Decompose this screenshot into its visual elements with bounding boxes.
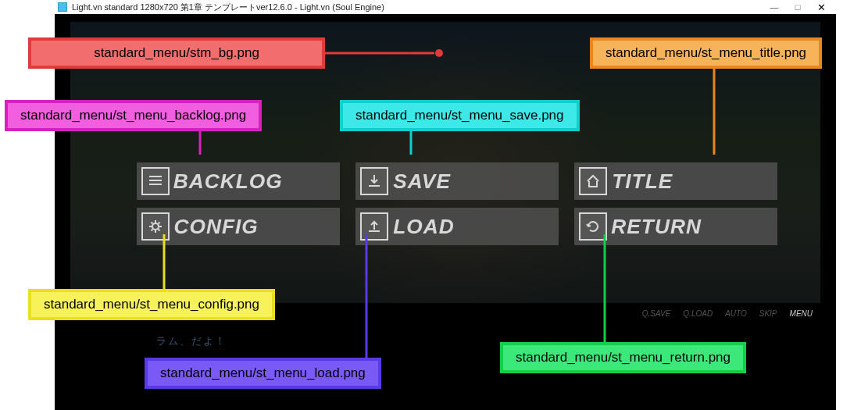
annotation-bg: standard_menu/stm_bg.png bbox=[28, 37, 325, 69]
dialogue-text: ラム、だよ！ bbox=[156, 334, 227, 348]
list-icon bbox=[141, 167, 170, 195]
config-button[interactable]: CONFIG bbox=[137, 208, 340, 245]
svg-point-3 bbox=[152, 223, 159, 230]
download-icon bbox=[360, 167, 388, 195]
refresh-icon bbox=[579, 212, 607, 241]
home-icon bbox=[579, 167, 607, 195]
save-button[interactable]: SAVE bbox=[355, 162, 559, 200]
svg-rect-1 bbox=[149, 180, 162, 181]
annotation-backlog: standard_menu/st_menu_backlog.png bbox=[5, 100, 262, 131]
qsave-button[interactable]: Q.SAVE bbox=[642, 309, 671, 318]
load-label: LOAD bbox=[393, 216, 455, 238]
close-button[interactable]: ✕ bbox=[809, 0, 833, 14]
backlog-button[interactable]: BACKLOG bbox=[137, 162, 340, 200]
annotation-save: standard_menu/st_menu_save.png bbox=[340, 100, 580, 131]
config-label: CONFIG bbox=[173, 216, 258, 238]
return-label: RETURN bbox=[611, 216, 702, 238]
app-icon bbox=[58, 2, 67, 12]
minimize-button[interactable]: — bbox=[763, 0, 786, 14]
annotation-config: standard_menu/st_menu_config.png bbox=[28, 289, 275, 320]
gear-icon bbox=[141, 212, 170, 241]
maximize-button[interactable]: □ bbox=[786, 0, 809, 14]
auto-button[interactable]: AUTO bbox=[725, 309, 747, 318]
qload-button[interactable]: Q.LOAD bbox=[683, 309, 713, 318]
return-button[interactable]: RETURN bbox=[574, 208, 777, 245]
window-title: Light.vn standard 1280x720 第1章 テンプレートver… bbox=[72, 2, 384, 13]
annotation-load: standard_menu/st_menu_load.png bbox=[145, 358, 381, 389]
skip-button[interactable]: SKIP bbox=[759, 309, 777, 318]
menu-button[interactable]: MENU bbox=[790, 309, 813, 318]
svg-rect-2 bbox=[149, 184, 162, 185]
titlebar[interactable]: Light.vn standard 1280x720 第1章 テンプレートver… bbox=[55, 0, 836, 14]
annotation-title: standard_menu/st_menu_title.png bbox=[590, 37, 822, 69]
svg-rect-0 bbox=[149, 176, 162, 177]
load-button[interactable]: LOAD bbox=[355, 208, 559, 245]
save-label: SAVE bbox=[393, 170, 451, 193]
title-label: TITLE bbox=[612, 170, 673, 193]
standard-menu: BACKLOG SAVE TITLE CONFIG bbox=[137, 162, 777, 245]
backlog-label: BACKLOG bbox=[173, 170, 283, 193]
upload-icon bbox=[360, 212, 388, 241]
annotation-return: standard_menu/st_menu_return.png bbox=[500, 342, 746, 373]
title-button[interactable]: TITLE bbox=[574, 162, 777, 200]
